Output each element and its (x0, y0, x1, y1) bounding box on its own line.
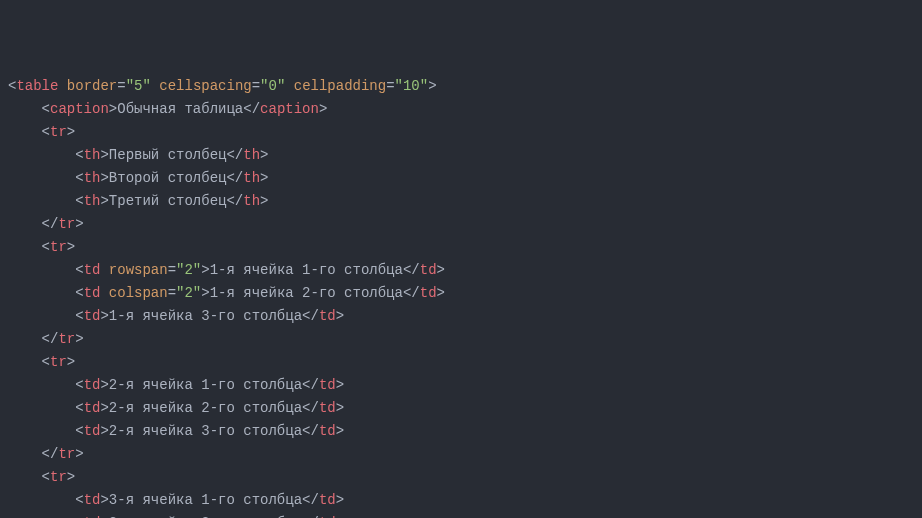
code-line: <th>Второй столбец</th> (8, 167, 922, 190)
angle-bracket: < (42, 124, 50, 140)
code-line: <th>Первый столбец</th> (8, 144, 922, 167)
angle-bracket: </ (42, 216, 59, 232)
code-line: <tr> (8, 466, 922, 489)
angle-bracket: > (109, 101, 117, 117)
angle-bracket: < (75, 308, 83, 324)
angle-bracket: < (75, 147, 83, 163)
angle-bracket: > (67, 469, 75, 485)
angle-bracket: < (75, 170, 83, 186)
angle-bracket: > (336, 492, 344, 508)
angle-bracket: > (100, 400, 108, 416)
angle-bracket: > (336, 423, 344, 439)
attr-value: "2" (176, 262, 201, 278)
attr-cellpadding: cellpadding (294, 78, 386, 94)
angle-bracket: < (42, 239, 50, 255)
tag-td: td (319, 377, 336, 393)
angle-bracket: > (260, 193, 268, 209)
angle-bracket: > (67, 239, 75, 255)
angle-bracket: </ (302, 492, 319, 508)
attr-value: "10" (395, 78, 429, 94)
angle-bracket: </ (42, 331, 59, 347)
tag-tr: tr (50, 124, 67, 140)
text-content: Третий столбец (109, 193, 227, 209)
text-content: Обычная таблица (117, 101, 243, 117)
angle-bracket: > (67, 354, 75, 370)
angle-bracket: > (437, 262, 445, 278)
tag-td: td (420, 262, 437, 278)
tag-th: th (84, 147, 101, 163)
tag-th: th (84, 170, 101, 186)
tag-tr: tr (50, 239, 67, 255)
angle-bracket: < (42, 354, 50, 370)
tag-td: td (319, 308, 336, 324)
tag-td: td (84, 492, 101, 508)
text-content: 1-я ячейка 3-го столбца (109, 308, 302, 324)
code-line: <th>Третий столбец</th> (8, 190, 922, 213)
code-line: <td>3-я ячейка 2-го столбца</td> (8, 512, 922, 518)
tag-caption: caption (50, 101, 109, 117)
attr-value: "5" (126, 78, 151, 94)
angle-bracket: > (100, 308, 108, 324)
angle-bracket: > (201, 285, 209, 301)
text-content: 1-я ячейка 1-го столбца (210, 262, 403, 278)
angle-bracket: > (100, 147, 108, 163)
tag-caption: caption (260, 101, 319, 117)
angle-bracket: </ (302, 308, 319, 324)
attr-value: "0" (260, 78, 285, 94)
angle-bracket: < (75, 285, 83, 301)
angle-bracket: > (260, 170, 268, 186)
tag-tr: tr (58, 216, 75, 232)
angle-bracket: < (75, 377, 83, 393)
angle-bracket: </ (302, 377, 319, 393)
angle-bracket: > (100, 423, 108, 439)
angle-bracket: > (75, 446, 83, 462)
code-line: <table border="5" cellspacing="0" cellpa… (8, 75, 922, 98)
angle-bracket: > (100, 492, 108, 508)
tag-tr: tr (58, 331, 75, 347)
text-content: 2-я ячейка 1-го столбца (109, 377, 302, 393)
code-block: <table border="5" cellspacing="0" cellpa… (8, 75, 922, 518)
angle-bracket: </ (226, 170, 243, 186)
code-line: <td>2-я ячейка 2-го столбца</td> (8, 397, 922, 420)
tag-td: td (84, 262, 101, 278)
tag-th: th (243, 170, 260, 186)
text-content: 2-я ячейка 2-го столбца (109, 400, 302, 416)
angle-bracket: > (100, 377, 108, 393)
angle-bracket: </ (226, 193, 243, 209)
angle-bracket: </ (403, 262, 420, 278)
tag-td: td (84, 423, 101, 439)
angle-bracket: > (336, 400, 344, 416)
code-line: <tr> (8, 236, 922, 259)
angle-bracket: < (75, 423, 83, 439)
angle-bracket: < (75, 492, 83, 508)
code-line: <td>2-я ячейка 3-го столбца</td> (8, 420, 922, 443)
angle-bracket: < (75, 400, 83, 416)
code-line: </tr> (8, 443, 922, 466)
angle-bracket: > (319, 101, 327, 117)
code-line: <td colspan="2">1-я ячейка 2-го столбца<… (8, 282, 922, 305)
tag-td: td (84, 308, 101, 324)
code-line: <td rowspan="2">1-я ячейка 1-го столбца<… (8, 259, 922, 282)
angle-bracket: > (100, 193, 108, 209)
attr-value: "2" (176, 285, 201, 301)
angle-bracket: </ (226, 147, 243, 163)
angle-bracket: > (336, 377, 344, 393)
angle-bracket: > (75, 331, 83, 347)
angle-bracket: < (75, 262, 83, 278)
attr-border: border (67, 78, 117, 94)
tag-td: td (84, 400, 101, 416)
tag-td: td (319, 400, 336, 416)
angle-bracket: </ (403, 285, 420, 301)
code-line: <td>3-я ячейка 1-го столбца</td> (8, 489, 922, 512)
tag-th: th (243, 147, 260, 163)
code-line: <tr> (8, 351, 922, 374)
tag-tr: tr (58, 446, 75, 462)
angle-bracket: </ (302, 400, 319, 416)
code-line: <tr> (8, 121, 922, 144)
code-line: </tr> (8, 213, 922, 236)
angle-bracket: < (75, 193, 83, 209)
angle-bracket: </ (302, 423, 319, 439)
text-content: 3-я ячейка 1-го столбца (109, 492, 302, 508)
code-line: <td>2-я ячейка 1-го столбца</td> (8, 374, 922, 397)
angle-bracket: > (201, 262, 209, 278)
